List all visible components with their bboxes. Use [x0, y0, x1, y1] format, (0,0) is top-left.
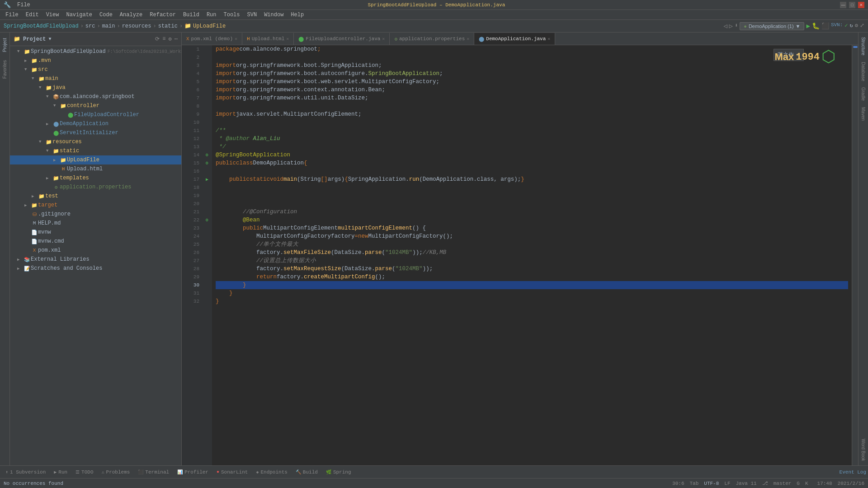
right-tab-maven[interactable]: Maven [859, 104, 867, 123]
menu-build[interactable]: Build [179, 11, 203, 19]
project-dropdown[interactable]: ▼ [48, 37, 51, 42]
tab-pom[interactable]: X pom.xml (demo) ✕ [182, 33, 242, 45]
gutter-22[interactable]: ⚙ [202, 216, 212, 224]
tree-appprops[interactable]: ▶ ⚙ application.properties [10, 183, 181, 192]
bottom-tab-problems[interactable]: ⚠ Problems [98, 467, 134, 477]
code-content[interactable]: package com.alancode.springboot; import … [212, 45, 852, 465]
tree-upload-html[interactable]: ▶ H Upload.html [10, 164, 181, 174]
event-log-link[interactable]: Event Log [840, 469, 866, 475]
gutter-17[interactable]: ▶ [202, 175, 212, 183]
tree-helpmd[interactable]: ▶ M HELP.md [10, 219, 181, 228]
tree-demoapplication[interactable]: ▶ ⬤ DemoApplication [10, 119, 181, 128]
left-tab-project[interactable]: Project [1, 34, 9, 56]
tree-target[interactable]: ▶ 📁 target [10, 201, 181, 210]
gutter-14[interactable]: ⚙ [202, 151, 212, 159]
tree-root[interactable]: ▼ 📁 SpringBootAddFileUpload F:\SoftCode\… [10, 47, 181, 56]
menu-window[interactable]: Window [260, 11, 287, 19]
bottom-tab-todo[interactable]: ☰ TODO [72, 467, 97, 477]
menu-file[interactable]: File [2, 11, 22, 19]
right-tab-gradle[interactable]: Gradle [859, 84, 867, 103]
editor-scrollbar[interactable] [852, 45, 858, 465]
menu-code[interactable]: Code [96, 11, 116, 19]
right-tab-structure[interactable]: Structure [859, 34, 867, 58]
nav-static[interactable]: static [158, 23, 178, 29]
close-button[interactable]: ✕ [858, 2, 864, 8]
tree-controller[interactable]: ▼ 📁 controller [10, 101, 181, 110]
menu-file[interactable]: File [14, 2, 33, 8]
bottom-tab-build[interactable]: 🔨 Build [292, 467, 321, 477]
nav-src[interactable]: src [85, 23, 95, 29]
bottom-tab-run[interactable]: ▶ Run [50, 467, 71, 477]
menu-refactor[interactable]: Refactor [146, 11, 179, 19]
tab-demoapplication[interactable]: ⬤ DemoApplication.java ✕ [474, 33, 555, 45]
tab-appprops[interactable]: ⚙ application.properties ✕ [390, 33, 474, 45]
settings-icon[interactable]: ⚙ [855, 22, 858, 30]
tree-gitignore[interactable]: ▶ ⛁ .gitignore [10, 210, 181, 219]
svn-update[interactable]: ↻ [850, 22, 853, 30]
tree-servelt[interactable]: ▶ ⬤ ServeltInitializer [10, 128, 181, 137]
tree-test[interactable]: ▶ 📁 test [10, 192, 181, 201]
menu-view[interactable]: View [42, 11, 63, 19]
code-editor[interactable]: 英之作 ✕ Max 1994 ⬡ 1 2 3 4 5 6 7 8 [182, 45, 858, 465]
maximize-button[interactable]: □ [849, 2, 855, 8]
tree-src[interactable]: ▼ 📁 src [10, 65, 181, 74]
tree-resources[interactable]: ▼ 📁 resources [10, 137, 181, 146]
nav-resources[interactable]: resources [122, 23, 151, 29]
tree-pomxml[interactable]: ▶ X pom.xml [10, 246, 181, 255]
menu-navigate[interactable]: Navigate [62, 11, 96, 19]
tab-fileupload[interactable]: ⬤ FileUploadController.java ✕ [294, 33, 390, 45]
tree-extlibs[interactable]: ▶ 📚 External Libraries [10, 255, 181, 264]
tree-java[interactable]: ▼ 📁 java [10, 83, 181, 92]
popup-close[interactable]: ✕ [797, 52, 800, 58]
tree-mvn[interactable]: ▶ 📁 .mvn [10, 56, 181, 65]
gutter-15[interactable]: ⚙ [202, 159, 212, 167]
bottom-tab-endpoints[interactable]: ◈ Endpoints [252, 467, 291, 477]
nav-recent[interactable]: ⬇ [735, 22, 738, 30]
tree-mvnw[interactable]: ▶ 📄 mvnw [10, 228, 181, 237]
menu-svn[interactable]: SVN [244, 11, 261, 19]
menu-edit[interactable]: Edit [22, 11, 42, 19]
tab-fileupload-close[interactable]: ✕ [382, 36, 385, 42]
tree-main[interactable]: ▼ 📁 main [10, 74, 181, 83]
indent-type[interactable]: Tab [689, 481, 698, 486]
menu-tools[interactable]: Tools [220, 11, 244, 19]
tree-mvnw-cmd[interactable]: ▶ 📄 mvnw.cmd [10, 237, 181, 246]
tree-static[interactable]: ▼ 📁 static [10, 146, 181, 155]
minimize-button[interactable]: — [840, 2, 846, 8]
tree-templates[interactable]: ▶ 📁 templates [10, 174, 181, 183]
right-tab-wordbook[interactable]: Word Book [859, 436, 867, 464]
tree-package[interactable]: ▼ 📦 com.alancode.springboot [10, 92, 181, 101]
tree-scratches[interactable]: ▶ 📝 Scratches and Consoles [10, 264, 181, 273]
tree-fileupload[interactable]: ▶ ⬤ FileUploadController [10, 110, 181, 119]
project-gear-icon[interactable]: ⋯ [175, 36, 178, 42]
right-tab-database[interactable]: Database [859, 59, 867, 84]
nav-forward[interactable]: ▷ [729, 22, 733, 30]
menu-help[interactable]: Help [287, 11, 307, 19]
menu-run[interactable]: Run [203, 11, 220, 19]
tab-pom-close[interactable]: ✕ [235, 36, 237, 42]
bottom-tab-spring[interactable]: 🌿 Spring [322, 467, 355, 477]
bottom-tab-sonarlint[interactable]: ● SonarLint [213, 467, 251, 477]
nav-back[interactable]: ◁ [723, 22, 727, 30]
bottom-tab-subversion[interactable]: ⬆ 1 Subversion [2, 467, 49, 477]
cursor-position[interactable]: 30:6 [672, 481, 684, 486]
run-config-selector[interactable]: ● DemoApplication (1) ▼ [740, 22, 804, 30]
project-settings-icon[interactable]: ⚙ [169, 36, 172, 42]
tab-upload-close[interactable]: ✕ [286, 36, 289, 42]
bottom-tab-terminal[interactable]: ⬛ Terminal [134, 467, 173, 477]
sync-icon[interactable]: ⟳ [155, 36, 160, 42]
nav-run-btn[interactable]: ▶ [806, 22, 810, 30]
bottom-tab-profiler[interactable]: 📊 Profiler [174, 467, 212, 477]
left-tab-favorites[interactable]: Favorites [1, 56, 9, 82]
menu-analyze[interactable]: Analyze [116, 11, 146, 19]
tab-appprops-close[interactable]: ✕ [467, 36, 469, 42]
tab-upload-html[interactable]: H Upload.html ✕ [242, 33, 294, 45]
nav-main[interactable]: main [102, 23, 115, 29]
tab-demo-close[interactable]: ✕ [547, 36, 550, 42]
nav-uploadfile[interactable]: UpLoadFile [193, 23, 226, 29]
svn-check[interactable]: ✓ [844, 22, 848, 30]
nav-project[interactable]: SpringBootAddFileUpload [4, 23, 79, 29]
tree-uploadfile[interactable]: ▶ 📁 UpLoadFile [10, 155, 181, 164]
nav-stop-btn[interactable]: ⬛ [821, 22, 829, 30]
expand-icon[interactable]: ⤢ [860, 22, 864, 30]
